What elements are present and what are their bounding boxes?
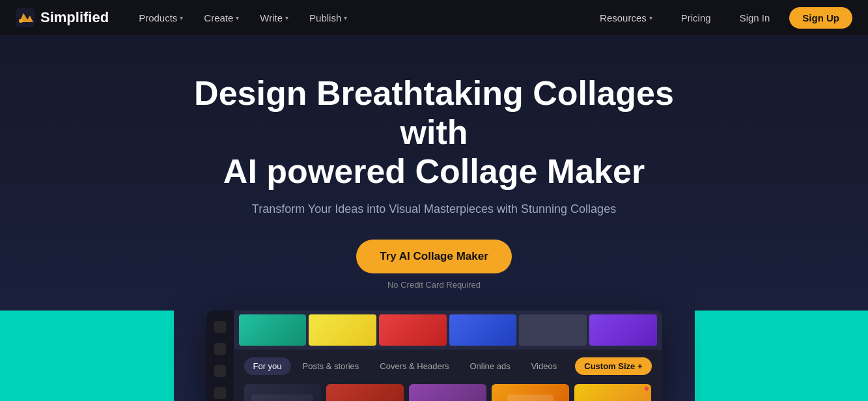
nav-item-resources[interactable]: Resources ▾ bbox=[591, 8, 662, 27]
strip-thumb-6 bbox=[589, 314, 657, 346]
nav-create-label: Create bbox=[204, 12, 233, 23]
template-grid: ‹ Leaderboards 10 px PANDAEXPRESS Billbo… bbox=[234, 375, 662, 401]
custom-size-button[interactable]: Custom Size + bbox=[575, 357, 651, 375]
sign-up-button[interactable]: Sign Up bbox=[789, 7, 852, 29]
hero-subtitle: Transform Your Ideas into Visual Masterp… bbox=[252, 202, 616, 216]
template-card-youtube[interactable]: THE PETDETECTIVE Youtube Channel Ar... 2… bbox=[574, 384, 652, 401]
logo[interactable]: Simplified bbox=[16, 8, 109, 27]
strip-thumb-5 bbox=[519, 314, 587, 346]
template-thumb-youtube: THE PETDETECTIVE bbox=[574, 384, 652, 401]
teal-accent-right bbox=[695, 311, 869, 401]
template-card-billboard[interactable]: PANDAEXPRESS Billboard Ad 970 x 250 px bbox=[326, 384, 404, 401]
app-preview-container: For you Posts & stories Covers & Headers… bbox=[174, 311, 695, 401]
app-main-content: For you Posts & stories Covers & Headers… bbox=[234, 311, 662, 401]
cta-button[interactable]: Try AI Collage Maker bbox=[356, 240, 512, 273]
tab-for-you[interactable]: For you bbox=[244, 357, 291, 375]
sign-in-link[interactable]: Sign In bbox=[731, 8, 779, 27]
sidebar-icon-3 bbox=[214, 365, 226, 377]
nav-item-products[interactable]: Products ▾ bbox=[130, 8, 192, 27]
logo-icon bbox=[16, 8, 35, 27]
sidebar-icon-2 bbox=[214, 343, 226, 355]
strip-thumb-3 bbox=[379, 314, 447, 346]
template-thumb-halfpage: YUNG LAH bbox=[409, 384, 486, 401]
template-card-halfpage[interactable]: YUNG LAH Half Page Ads 300 x 600 px bbox=[409, 384, 486, 401]
tab-online-ads[interactable]: Online ads bbox=[461, 357, 520, 375]
nav-item-create[interactable]: Create ▾ bbox=[195, 8, 248, 27]
sidebar-icon-4 bbox=[214, 387, 226, 399]
nav-item-pricing[interactable]: Pricing bbox=[672, 8, 720, 27]
nav-pricing-label: Pricing bbox=[681, 12, 711, 23]
nav-item-write[interactable]: Write ▾ bbox=[251, 8, 298, 27]
strip-thumb-4 bbox=[449, 314, 517, 346]
svg-point-1 bbox=[19, 19, 23, 23]
chevron-down-icon: ▾ bbox=[649, 14, 652, 21]
app-mockup: For you Posts & stories Covers & Headers… bbox=[206, 311, 662, 401]
tab-posts-stories[interactable]: Posts & stories bbox=[294, 357, 369, 375]
chevron-down-icon: ▾ bbox=[180, 14, 183, 21]
hero-headline: Design Breathtaking Collages with AI pow… bbox=[174, 74, 695, 191]
nav-right: Resources ▾ Pricing Sign In Sign Up bbox=[591, 7, 852, 29]
hero-section: Design Breathtaking Collages with AI pow… bbox=[0, 35, 868, 401]
nav-write-label: Write bbox=[260, 12, 283, 23]
navbar: Simplified Products ▾ Create ▾ Write ▾ P… bbox=[0, 0, 868, 35]
nav-products-label: Products bbox=[139, 12, 177, 23]
template-thumb-billboard: PANDAEXPRESS bbox=[326, 384, 404, 401]
tab-covers-headers[interactable]: Covers & Headers bbox=[371, 357, 458, 375]
app-sidebar bbox=[206, 311, 234, 401]
teal-accent-left bbox=[0, 311, 174, 401]
template-thumb-facebook: 50% OFF bbox=[492, 384, 569, 401]
sidebar-icon-1 bbox=[214, 321, 226, 333]
nav-left: Products ▾ Create ▾ Write ▾ Publish ▾ bbox=[130, 8, 591, 27]
no-credit-card-label: No Credit Card Required bbox=[387, 280, 481, 290]
strip-thumb-2 bbox=[309, 314, 376, 346]
template-card-facebook[interactable]: 50% OFF Facebook Event 1920 x 1080 px bbox=[492, 384, 569, 401]
chevron-down-icon: ▾ bbox=[236, 14, 239, 21]
nav-resources-label: Resources bbox=[600, 12, 647, 23]
tab-bar: For you Posts & stories Covers & Headers… bbox=[234, 350, 662, 375]
nav-publish-label: Publish bbox=[309, 12, 341, 23]
logo-text: Simplified bbox=[40, 9, 109, 26]
strip-thumb-1 bbox=[239, 314, 307, 346]
chevron-down-icon: ▾ bbox=[344, 14, 347, 21]
preview-strip bbox=[234, 311, 662, 350]
template-card-leaderboards[interactable]: Leaderboards 10 px bbox=[244, 384, 322, 401]
chevron-down-icon: ▾ bbox=[285, 14, 288, 21]
template-thumb-leaderboards bbox=[244, 384, 322, 401]
nav-item-publish[interactable]: Publish ▾ bbox=[300, 8, 356, 27]
tab-videos[interactable]: Videos bbox=[522, 357, 567, 375]
